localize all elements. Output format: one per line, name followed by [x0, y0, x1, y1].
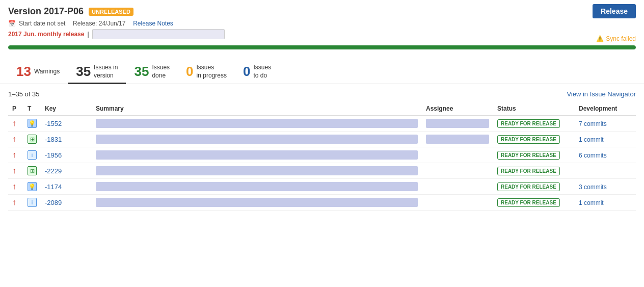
issues-done-number: 35	[134, 64, 149, 80]
table-row: ↑ i -2089 READY FOR RELEASE 1 commit	[8, 195, 636, 211]
col-header-assignee: Assignee	[422, 102, 493, 116]
separator	[67, 20, 71, 27]
status-badge: READY FOR RELEASE	[497, 198, 560, 207]
release-button[interactable]: Release	[593, 4, 636, 18]
start-date: Start date not set	[19, 20, 65, 27]
table-row: ↑ 💡 -1552 READY FOR RELEASE 7 commits	[8, 116, 636, 132]
col-header-status: Status	[493, 102, 575, 116]
priority-icon: ↑	[12, 135, 16, 143]
commits-link[interactable]: 1 commit	[579, 199, 604, 206]
priority-icon: ↑	[12, 150, 16, 159]
release-date: Release: 24/Jun/17	[73, 20, 125, 27]
priority-icon: ↑	[12, 119, 16, 127]
warning-icon: ⚠️	[596, 35, 604, 42]
sync-failed-label: Sync failed	[606, 35, 636, 42]
type-icon: 💡	[28, 182, 37, 191]
todo-label: Issuesto do	[253, 64, 271, 80]
summary-cell	[96, 182, 418, 191]
issue-key-link[interactable]: -1174	[45, 183, 62, 191]
col-header-key: Key	[41, 102, 92, 116]
tab-warnings[interactable]: 13 Warnings	[8, 60, 68, 84]
description-text: 2017 Jun. monthly release	[8, 31, 84, 38]
status-badge: READY FOR RELEASE	[497, 119, 560, 128]
type-icon: 💡	[28, 119, 37, 128]
status-badge: READY FOR RELEASE	[497, 151, 560, 160]
issue-key-link[interactable]: -1956	[45, 151, 62, 159]
commits-link[interactable]: 6 commits	[579, 152, 607, 159]
summary-cell	[96, 119, 418, 128]
unreleased-badge: UNRELEASED	[89, 8, 133, 16]
assignee-cell	[426, 135, 489, 144]
tab-inprogress[interactable]: 0 Issuesin progress	[178, 60, 235, 84]
progress-bar-fill	[8, 45, 636, 49]
col-header-dev: Development	[575, 102, 636, 116]
issues-version-label: Issues inversion	[94, 64, 118, 80]
navigator-link[interactable]: View in Issue Navigator	[567, 90, 636, 98]
warnings-number: 13	[16, 64, 31, 80]
status-badge: READY FOR RELEASE	[497, 135, 560, 144]
tab-todo[interactable]: 0 Issuesto do	[235, 60, 279, 84]
priority-icon: ↑	[12, 198, 16, 206]
commits-link[interactable]: 3 commits	[579, 184, 607, 191]
col-header-p: P	[8, 102, 23, 116]
commits-link[interactable]: 7 commits	[579, 120, 607, 127]
commits-link[interactable]: 1 commit	[579, 136, 604, 143]
version-title: Version 2017-P06	[8, 6, 84, 17]
priority-icon: ↑	[12, 182, 16, 191]
table-row: ↑ ⊞ -2229 READY FOR RELEASE	[8, 163, 636, 179]
release-notes-link[interactable]: Release Notes	[133, 20, 173, 27]
pipe: |	[87, 31, 89, 38]
priority-icon: ↑	[12, 166, 16, 175]
description-input[interactable]	[92, 29, 225, 39]
summary-cell	[96, 150, 418, 160]
progress-bar	[8, 45, 636, 49]
issue-key-link[interactable]: -2089	[45, 199, 62, 206]
table-row: ↑ i -1956 READY FOR RELEASE 6 commits	[8, 147, 636, 163]
issue-key-link[interactable]: -2229	[45, 167, 62, 175]
issues-done-label: Issuesdone	[152, 64, 170, 80]
col-header-t: T	[23, 102, 41, 116]
table-row: ↑ 💡 -1174 READY FOR RELEASE 3 commits	[8, 179, 636, 195]
stats-tabs: 13 Warnings 35 Issues inversion 35 Issue…	[0, 54, 644, 84]
pagination-info: 1–35 of 35	[8, 90, 39, 98]
todo-number: 0	[243, 64, 250, 80]
issue-key-link[interactable]: -1831	[45, 136, 62, 143]
type-icon: i	[28, 150, 37, 160]
separator2	[127, 20, 131, 27]
assignee-cell	[426, 119, 489, 128]
summary-cell	[96, 135, 418, 144]
tab-issues-done[interactable]: 35 Issuesdone	[126, 60, 178, 84]
type-icon: ⊞	[28, 166, 37, 175]
issues-table: P T Key Summary Assignee Status Developm…	[8, 102, 636, 211]
summary-cell	[96, 198, 418, 207]
status-badge: READY FOR RELEASE	[497, 167, 560, 175]
status-badge: READY FOR RELEASE	[497, 182, 560, 191]
tab-issues-version[interactable]: 35 Issues inversion	[68, 60, 126, 84]
summary-cell	[96, 166, 418, 175]
inprogress-number: 0	[186, 64, 193, 80]
type-icon: i	[28, 198, 37, 207]
issue-key-link[interactable]: -1552	[45, 120, 62, 127]
inprogress-label: Issuesin progress	[197, 64, 227, 80]
calendar-icon: 📅	[8, 20, 16, 27]
col-header-summary: Summary	[92, 102, 422, 116]
table-row: ↑ ⊞ -1831 READY FOR RELEASE 1 commit	[8, 132, 636, 147]
warnings-label: Warnings	[34, 68, 60, 76]
issues-version-number: 35	[76, 64, 91, 80]
type-icon: ⊞	[28, 135, 37, 144]
